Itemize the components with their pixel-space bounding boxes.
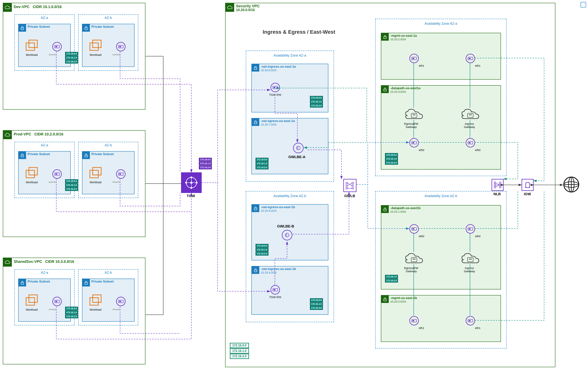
cidr-tag: 172.16.1.0 [65, 183, 78, 187]
subnet-cidr: 10.20.3.0/24 [390, 90, 406, 93]
cloud-icon [226, 3, 234, 12]
cidr-tags: 172.16.0.0 172.16.1.0 172.16.2.0 [255, 244, 269, 256]
cidr-tag: 172.16.2.0 [65, 315, 78, 318]
eth0-label: eth0 [419, 148, 424, 151]
svg-rect-67 [414, 114, 415, 115]
svg-rect-25 [85, 282, 87, 284]
legend-tag: 172.16.0.0 [230, 343, 249, 348]
svg-rect-68 [468, 113, 473, 118]
cidr-tag: 172.16.2.0 [385, 161, 398, 165]
eni-icon [52, 42, 62, 51]
subnet-name: -mgmt-us-east-1a [390, 34, 417, 38]
subnet-name: -datapath-us-east1a [390, 86, 420, 90]
svg-rect-52 [346, 188, 347, 189]
svg-rect-42 [273, 87, 275, 88]
cidr-tags: 172.16.0.0 172.16.1.0 172.16.2.0 [310, 298, 323, 310]
workload-icon [88, 167, 103, 180]
svg-point-31 [190, 181, 192, 184]
mgmt-b: -mgmt-us-east-1b 10.20.0.0/24 eth1 eth1 [381, 295, 501, 342]
connector-stub [49, 181, 56, 183]
subnet-label: Private Subnet [28, 280, 50, 283]
svg-rect-74 [469, 142, 471, 143]
tgw-eni-label: TGW ENI [269, 93, 282, 96]
cidr-tag: 172.16.0.0 [310, 298, 323, 302]
svg-rect-40 [254, 68, 257, 70]
svg-rect-16 [90, 170, 98, 178]
subnet-cidr: 10.20.0.0/24 [390, 300, 406, 303]
eni-icon [410, 224, 419, 234]
svg-rect-90 [469, 320, 471, 321]
eni-icon [466, 316, 475, 325]
svg-rect-92 [494, 184, 496, 186]
subnet-cidr: 10.20.7.0/24 [261, 123, 276, 126]
svg-rect-96 [499, 186, 501, 188]
eth0-label: eth0 [419, 235, 424, 238]
svg-rect-91 [494, 182, 496, 183]
eni-icon [52, 297, 62, 306]
svg-rect-95 [499, 184, 501, 186]
az-label: AZ-a [16, 271, 73, 275]
firewall-icon [460, 252, 477, 264]
workload-label: Workload [24, 308, 39, 311]
cidr-tag: 172.16.2.0 [310, 306, 323, 310]
cidr-tag: 172.16.1.0 [65, 311, 78, 314]
firewall-icon [404, 108, 421, 119]
svg-point-34 [185, 182, 187, 184]
eni-icon [116, 169, 126, 179]
sec-vpc-cidr: 10.20.0.0/16 [236, 8, 255, 12]
svg-rect-6 [90, 43, 98, 50]
svg-rect-66 [413, 114, 414, 115]
svg-rect-2 [29, 40, 37, 48]
svg-rect-61 [412, 58, 414, 59]
expand-icon[interactable]: ⛶ [580, 2, 586, 8]
svg-rect-75 [384, 209, 386, 211]
legend-tag: 172.16.1.0 [230, 348, 249, 353]
svg-rect-53 [352, 182, 354, 184]
connector-stub [112, 54, 120, 55]
svg-point-33 [190, 187, 192, 189]
subnet-label: Private Subnet [91, 280, 114, 283]
gwlbe-icon [293, 143, 304, 153]
nat-ingress-a: -nat-ingress-us-east-1a 10.20.6.0/24 TGW… [252, 64, 328, 112]
svg-rect-27 [93, 295, 101, 302]
lock-icon [381, 86, 389, 93]
dev-vpc: Dev-VPC CIDR 10.1.0.0/16 AZ-a Private Su… [3, 3, 145, 110]
svg-rect-70 [471, 114, 472, 115]
lock-icon [252, 205, 259, 212]
gwlbe-a-label: GWLBE-A [288, 155, 305, 159]
svg-rect-59 [384, 37, 386, 39]
shared-vpc-cidr: CIDR 10.3.0.0/16 [45, 260, 74, 264]
lock-icon [82, 24, 90, 32]
shared-vpc-name: SharedSvc-VPC [14, 260, 42, 264]
shared-subnet-b: Private Subnet Workload [82, 279, 135, 322]
subnet-name: -nat-ingress-us-east-1b [261, 267, 296, 271]
az-label: AZ-b [80, 143, 137, 147]
prod-subnet-a: Private Subnet Workload [18, 151, 71, 194]
az-label: AZ-a [16, 16, 73, 20]
eth1-label: eth1 [475, 326, 481, 330]
az-label: Availability Zone AZ-b [247, 194, 333, 198]
svg-rect-49 [273, 289, 275, 290]
az-label: Availability Zone AZ-a [247, 54, 333, 58]
cidr-tags: 172.16.0.0 172.16.1.0 172.16.2.0 [65, 52, 78, 64]
workload-label: Workload [24, 180, 39, 184]
svg-rect-69 [469, 114, 470, 115]
subnet-label: Private Subnet [28, 152, 50, 156]
cidr-tags: 172.16.0.0 172.16.1.0 172.16.2.0 [255, 158, 269, 170]
subnet-label: Private Subnet [91, 152, 114, 156]
cidr-tag: 172.16.0.0 [65, 52, 78, 56]
svg-rect-88 [412, 320, 414, 321]
cidr-tag: 172.16.0.0 [65, 179, 78, 183]
dev-vpc-name: Dev-VPC [14, 5, 30, 9]
svg-rect-55 [352, 188, 354, 189]
svg-rect-86 [384, 299, 386, 301]
svg-rect-7 [93, 40, 101, 48]
eth1-label: eth1 [419, 326, 424, 330]
workload-icon [24, 39, 39, 53]
tgw-label: TGW [187, 194, 195, 198]
svg-rect-93 [494, 186, 496, 188]
svg-rect-21 [26, 298, 34, 305]
workload-label: Workload [88, 308, 103, 311]
cidr-tag: 172.16.2.0 [199, 166, 212, 169]
svg-rect-0 [21, 28, 24, 30]
